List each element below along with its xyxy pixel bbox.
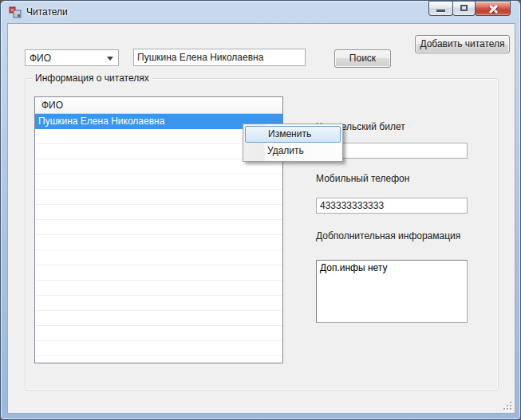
- app-icon: [9, 6, 22, 18]
- context-menu: Изменить Удалить: [243, 124, 343, 162]
- add-reader-button[interactable]: Добавить читателя: [415, 35, 510, 53]
- table-column-header[interactable]: ФИО: [35, 97, 282, 114]
- groupbox-title: Информация о читателях: [32, 73, 152, 84]
- app-window: Читатели ФИО Поиск Добавить читателя Инф…: [0, 0, 521, 420]
- context-menu-item-edit[interactable]: Изменить: [245, 126, 341, 143]
- search-query-input[interactable]: [133, 49, 306, 66]
- context-menu-item-delete[interactable]: Удалить: [245, 143, 341, 159]
- search-button[interactable]: Поиск: [334, 49, 391, 68]
- window-title: Читатели: [26, 6, 68, 18]
- info-textarea[interactable]: Доп.инфы нету: [316, 260, 468, 323]
- combobox-selected-value: ФИО: [30, 53, 51, 64]
- client-area: ФИО Поиск Добавить читателя Информация о…: [7, 23, 515, 414]
- phone-label: Мобильный телефон: [316, 173, 409, 184]
- chevron-down-icon: [107, 57, 113, 61]
- search-field-combobox[interactable]: ФИО: [25, 49, 119, 66]
- title-bar[interactable]: Читатели: [1, 1, 520, 23]
- table-empty-rows[interactable]: [35, 129, 282, 363]
- minimize-icon: [436, 10, 445, 12]
- resize-grip[interactable]: [502, 400, 512, 410]
- maximize-button[interactable]: [452, 1, 476, 16]
- phone-input[interactable]: [316, 198, 468, 214]
- info-label: Добполнительная инфорамация: [316, 230, 460, 241]
- maximize-icon: [460, 5, 468, 11]
- close-button[interactable]: [475, 1, 511, 16]
- minimize-button[interactable]: [428, 1, 453, 16]
- caption-buttons: [429, 1, 511, 16]
